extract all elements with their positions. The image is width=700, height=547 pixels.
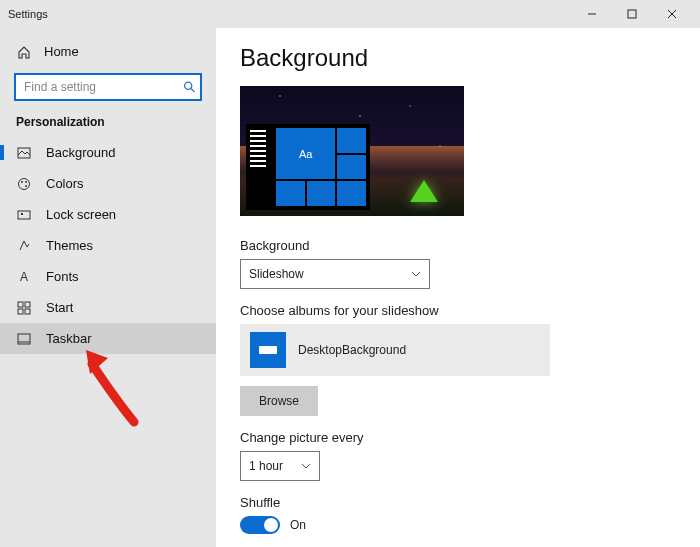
shuffle-state: On: [290, 518, 306, 532]
sidebar: Home Personalization Background Co: [0, 28, 216, 547]
sidebar-item-themes[interactable]: Themes: [0, 230, 216, 261]
main-panel: Background Aa Background: [216, 28, 700, 547]
sidebar-item-label: Themes: [46, 238, 93, 253]
shuffle-label: Shuffle: [240, 495, 676, 510]
home-icon: [16, 45, 32, 59]
sidebar-item-label: Fonts: [46, 269, 79, 284]
preview-sample-tile: Aa: [276, 128, 335, 179]
svg-rect-11: [18, 211, 30, 219]
maximize-button[interactable]: [612, 0, 652, 28]
chevron-down-icon: [301, 463, 311, 469]
search-icon: [183, 81, 196, 94]
svg-point-10: [25, 185, 27, 187]
svg-rect-13: [18, 302, 23, 307]
close-button[interactable]: [652, 0, 692, 28]
browse-button[interactable]: Browse: [240, 386, 318, 416]
sidebar-item-taskbar[interactable]: Taskbar: [0, 323, 216, 354]
lockscreen-icon: [16, 208, 32, 222]
album-name: DesktopBackground: [298, 343, 406, 357]
svg-point-4: [185, 82, 192, 89]
nav-list: Background Colors Lock screen Themes: [0, 137, 216, 354]
category-heading: Personalization: [0, 113, 216, 137]
taskbar-icon: [16, 332, 32, 346]
home-link[interactable]: Home: [0, 40, 216, 63]
colors-icon: [16, 177, 32, 191]
sidebar-item-label: Start: [46, 300, 73, 315]
page-title: Background: [240, 44, 676, 72]
sidebar-item-label: Taskbar: [46, 331, 92, 346]
background-label: Background: [240, 238, 676, 253]
svg-point-8: [21, 181, 23, 183]
sidebar-item-colors[interactable]: Colors: [0, 168, 216, 199]
start-icon: [16, 301, 32, 315]
svg-point-7: [19, 178, 30, 189]
titlebar: Settings: [0, 0, 700, 28]
albums-label: Choose albums for your slideshow: [240, 303, 676, 318]
svg-rect-16: [25, 309, 30, 314]
change-every-select[interactable]: 1 hour: [240, 451, 320, 481]
sidebar-item-label: Lock screen: [46, 207, 116, 222]
chevron-down-icon: [411, 271, 421, 277]
background-icon: [16, 146, 32, 160]
change-every-value: 1 hour: [249, 459, 283, 473]
search-input[interactable]: [14, 73, 202, 101]
svg-rect-14: [25, 302, 30, 307]
svg-point-9: [25, 181, 27, 183]
svg-line-5: [191, 89, 195, 93]
home-label: Home: [44, 44, 79, 59]
sidebar-item-label: Background: [46, 145, 115, 160]
change-every-label: Change picture every: [240, 430, 676, 445]
minimize-button[interactable]: [572, 0, 612, 28]
svg-rect-12: [21, 213, 23, 215]
svg-rect-1: [628, 10, 636, 18]
sidebar-item-fonts[interactable]: A Fonts: [0, 261, 216, 292]
themes-icon: [16, 239, 32, 253]
folder-icon: [250, 332, 286, 368]
sidebar-item-label: Colors: [46, 176, 84, 191]
svg-rect-15: [18, 309, 23, 314]
sidebar-item-background[interactable]: Background: [0, 137, 216, 168]
window-title: Settings: [8, 8, 48, 20]
shuffle-toggle[interactable]: [240, 516, 280, 534]
sidebar-item-lockscreen[interactable]: Lock screen: [0, 199, 216, 230]
background-select[interactable]: Slideshow: [240, 259, 430, 289]
sidebar-item-start[interactable]: Start: [0, 292, 216, 323]
fonts-icon: A: [16, 271, 32, 283]
preview-startmenu: Aa: [246, 124, 370, 210]
album-item[interactable]: DesktopBackground: [240, 324, 550, 376]
window-controls: [572, 0, 692, 28]
background-preview: Aa: [240, 86, 464, 216]
background-select-value: Slideshow: [249, 267, 304, 281]
